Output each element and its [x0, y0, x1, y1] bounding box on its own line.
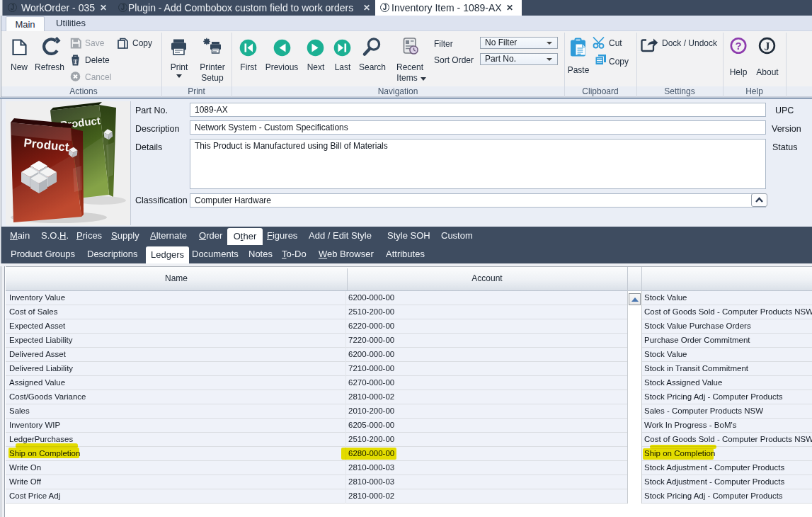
svg-text:J: J: [765, 40, 770, 52]
svg-text:?: ?: [735, 40, 741, 52]
